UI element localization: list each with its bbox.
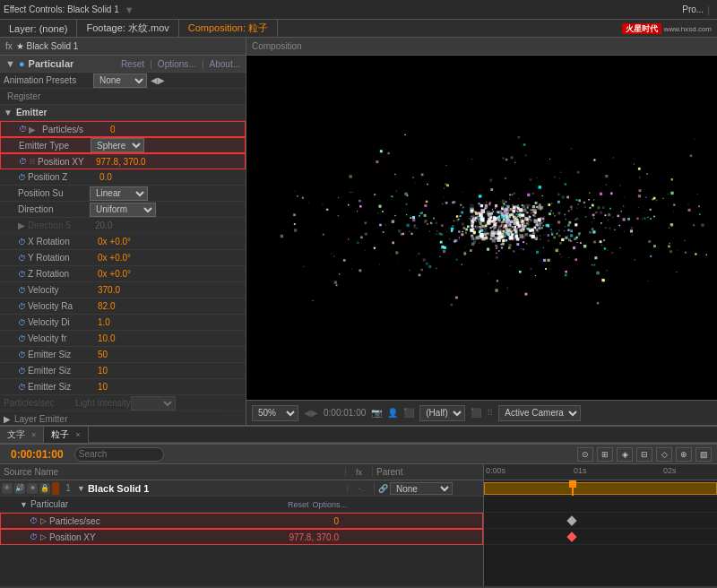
timeline-tracks[interactable]: 0:00s 01s 02s (484, 464, 717, 586)
composition-panel: Composition 50% 100% ◀▶ 0:00:01:00 📷 👤 ⬛… (246, 38, 717, 425)
reset-link[interactable]: Reset (121, 59, 144, 69)
tool-btn-2[interactable]: ⊞ (597, 447, 613, 462)
panel-content[interactable]: ▼ ● Particular Reset | Options... | Abou… (0, 56, 246, 425)
position-z-value[interactable]: 0.0 (99, 172, 112, 182)
tool-btn-3[interactable]: ◈ (617, 447, 633, 462)
tool-btn-7[interactable]: ▧ (695, 447, 712, 462)
layer-name-area: ▼ Black Solid 1 (77, 483, 347, 494)
animation-presets-select[interactable]: None (93, 74, 147, 88)
track-bar-1[interactable] (484, 482, 717, 495)
velocity-fr-value[interactable]: 10.0 (98, 333, 115, 343)
particles-stopwatch[interactable]: ⏱ (19, 125, 27, 134)
layer-solo[interactable]: ☀ (27, 483, 38, 494)
timeline-search[interactable] (74, 447, 164, 462)
tool-btn-4[interactable]: ⊟ (636, 447, 652, 462)
velfr-stopwatch[interactable]: ⏱ (18, 334, 26, 343)
velra-stopwatch[interactable]: ⏱ (18, 302, 26, 311)
parent-select-1[interactable]: None (390, 482, 453, 495)
particles-expand[interactable]: ▶ (29, 125, 36, 134)
particles-sec-label: Particles/sec (4, 398, 75, 408)
posxy-prop-expand: ▷ (40, 532, 47, 541)
x-rotation-value[interactable]: 0x +0.0° (98, 237, 131, 246)
layer-solo-btn[interactable]: -. (358, 484, 364, 493)
position-su-select[interactable]: Linear Smooth (90, 186, 148, 201)
layer-name[interactable]: Black Solid 1 (88, 483, 347, 494)
veldi-stopwatch[interactable]: ⏱ (18, 318, 26, 327)
particular-reset[interactable]: Reset (288, 500, 309, 509)
time-display[interactable]: 0:00:01:00 (5, 448, 69, 461)
yrot-stopwatch[interactable]: ⏱ (18, 254, 26, 263)
y-rotation-value[interactable]: 0x +0.0° (98, 253, 131, 263)
tab-particles[interactable]: 粒子 × (44, 427, 88, 443)
tab-text-close[interactable]: × (31, 430, 36, 439)
collapse-icon[interactable]: ▼ (5, 58, 15, 69)
particles-prop-value[interactable]: 0 (333, 516, 339, 526)
layer-audio[interactable]: 🔊 (14, 483, 25, 494)
esiz2-stopwatch[interactable]: ⏱ (18, 367, 26, 376)
pro-label[interactable]: Pro... (682, 4, 704, 14)
emitter-siz1-value[interactable]: 50 (98, 350, 108, 359)
layer-expand-btn[interactable]: ▼ (77, 484, 85, 493)
track-area[interactable] (484, 480, 717, 545)
col-parent-label: Parent (376, 467, 402, 477)
velocity-value[interactable]: 370.0 (98, 285, 120, 295)
emitter-collapse-icon[interactable]: ▼ (4, 108, 13, 117)
particles-value[interactable]: 0 (110, 125, 116, 134)
nav-left-icon[interactable]: ◀ (151, 75, 158, 85)
direction5-value: 20.0 (95, 220, 112, 230)
x-rotation-label: X Rotation (28, 237, 98, 246)
tool-btn-1[interactable]: ⊙ (577, 447, 593, 462)
particular-expand[interactable]: ▼ (20, 500, 28, 509)
zoom-select[interactable]: 50% 100% (252, 405, 298, 421)
track-row-particular (484, 497, 717, 513)
velocity-ra-value[interactable]: 82.0 (98, 301, 115, 311)
layer-visibility[interactable]: 👁 (2, 483, 13, 494)
options-link[interactable]: Options... (158, 59, 196, 69)
quality-select[interactable]: (Half) (Full) (419, 405, 465, 421)
esiz3-stopwatch[interactable]: ⏱ (18, 383, 26, 392)
emitter-siz2-value[interactable]: 10 (98, 366, 108, 376)
esiz1-stopwatch[interactable]: ⏱ (18, 350, 26, 359)
about-link[interactable]: About... (210, 59, 240, 69)
register-row: Register (0, 89, 246, 105)
zrot-stopwatch[interactable]: ⏱ (18, 270, 26, 279)
emitter-section-header[interactable]: ▼ Emitter (0, 105, 246, 121)
direction-label: Direction (18, 204, 90, 214)
effect-title: Particular (29, 58, 117, 69)
z-rotation-value[interactable]: 0x +0.0° (98, 269, 131, 279)
xrot-stopwatch[interactable]: ⏱ (18, 238, 26, 246)
particular-options[interactable]: Options... (312, 500, 347, 509)
fx-icon: fx (5, 41, 13, 51)
posxy-prop-stopwatch[interactable]: ⏱ (30, 532, 38, 541)
nav-right-icon[interactable]: ▶ (158, 75, 165, 85)
posxy-prop-value[interactable]: 977.8, 370.0 (289, 532, 339, 542)
playhead[interactable] (572, 480, 574, 496)
particles-prop-area: ⏱ ▷ Particles/sec 0 (3, 516, 346, 526)
tab-text[interactable]: 文字 × (0, 427, 44, 443)
tool-btn-5[interactable]: ◇ (656, 447, 672, 462)
camera-view-select[interactable]: Active Camera (498, 405, 581, 421)
vel-stopwatch[interactable]: ⏱ (18, 286, 26, 295)
emitter-siz3-value[interactable]: 10 (98, 382, 108, 392)
tool-btn-6[interactable]: ⊕ (676, 447, 692, 462)
posxy-stopwatch[interactable]: ⏱ (19, 157, 27, 166)
layer-emitter-expand[interactable]: ▶ (4, 414, 11, 424)
position-z-row: ⏱ Position Z 0.0 (0, 169, 246, 186)
z-rotation-label: Z Rotation (28, 269, 98, 279)
light-intensity-select[interactable] (131, 396, 176, 411)
velocity-di-value[interactable]: 1.0 (98, 317, 110, 327)
layer-lock[interactable]: 🔒 (39, 483, 50, 494)
position-xy-value[interactable]: 977.8, 370.0 (96, 157, 146, 167)
velocity-label: Velocity (28, 285, 98, 295)
keyframe-position[interactable] (566, 532, 576, 541)
layer-emitter-row[interactable]: ▶ Layer Emitter (0, 411, 246, 425)
comp-canvas[interactable] (246, 56, 717, 400)
tab-particles-close[interactable]: × (75, 430, 80, 439)
keyframe-particles[interactable] (566, 515, 576, 525)
particles-prop-stopwatch[interactable]: ⏱ (30, 516, 38, 525)
ruler-1s: 01s (574, 466, 587, 475)
direction-select[interactable]: Uniform Directional (90, 203, 156, 217)
emitter-type-select[interactable]: Sphere Point Box (91, 138, 144, 152)
y-rotation-label: Y Rotation (28, 253, 98, 263)
posz-stopwatch[interactable]: ⏱ (18, 173, 26, 182)
